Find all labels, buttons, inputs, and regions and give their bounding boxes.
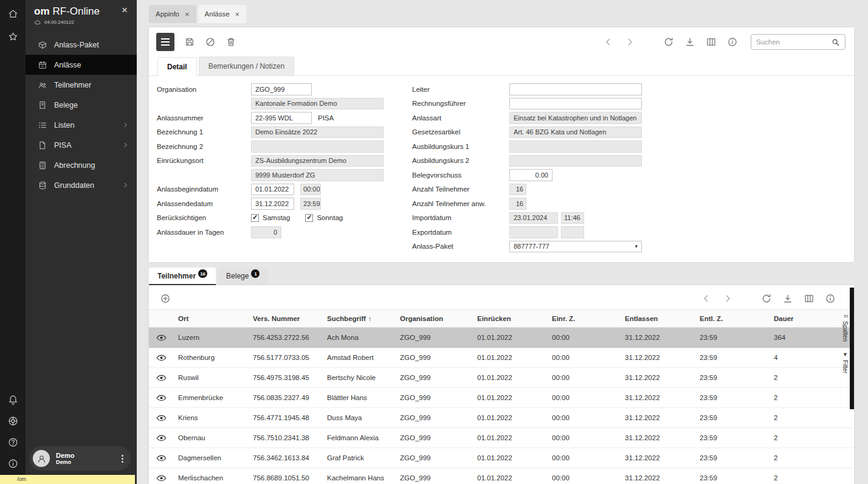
anlassbeginndatum-input[interactable] — [251, 184, 294, 196]
sidebar-item-grunddaten[interactable]: Grunddaten — [26, 175, 137, 195]
table-row[interactable]: Obernau 756.7510.2341.38 Feldmann Alexia… — [149, 428, 854, 448]
grid-header-row: Ort Vers. Nummer Suchbegriff↑ Organisati… — [149, 309, 854, 328]
prev-record-icon[interactable] — [603, 36, 614, 47]
info-icon[interactable] — [7, 458, 19, 469]
kebab-menu-icon[interactable] — [122, 458, 123, 460]
column-header-dauer[interactable]: Dauer — [769, 315, 854, 322]
tab-anlaesse[interactable]: Anlässe × — [198, 5, 247, 23]
tab-appinfo[interactable]: Appinfo × — [149, 5, 196, 23]
organisation-input[interactable] — [251, 83, 312, 95]
search-icon[interactable] — [831, 38, 840, 47]
tab-teilnehmer[interactable]: Teilnehmer 16 — [149, 268, 216, 285]
cell-suchbegriff: Graf Patrick — [322, 454, 395, 462]
anlass-paket-select[interactable]: 887777-777 ▾ — [509, 241, 642, 253]
column-header-einruecken[interactable]: Einrücken — [472, 315, 547, 322]
refresh-icon[interactable] — [663, 36, 674, 47]
delete-icon[interactable] — [226, 36, 236, 47]
save-icon[interactable] — [184, 36, 195, 47]
eye-icon[interactable] — [156, 452, 167, 464]
table-row[interactable]: Merlischachen 756.8689.1051.50 Kachelman… — [149, 468, 854, 484]
column-header-entlassen[interactable]: Entlassen — [620, 315, 695, 322]
sidebar-item-belege[interactable]: Belege — [26, 95, 137, 115]
home-icon[interactable] — [7, 8, 19, 19]
search-input[interactable] — [756, 38, 831, 46]
column-header-suchbegriff[interactable]: Suchbegriff↑ — [322, 315, 395, 322]
help-icon[interactable] — [7, 437, 19, 448]
download-icon[interactable] — [684, 36, 695, 47]
tab-close-icon[interactable]: × — [235, 10, 240, 18]
eye-icon[interactable] — [156, 412, 167, 424]
table-row[interactable]: Luzern 756.4253.2722.56 Ach Mona ZGO_999… — [149, 328, 854, 348]
info-icon[interactable] — [727, 36, 738, 47]
belegvorschuss-input[interactable] — [509, 169, 553, 181]
menu-button[interactable] — [156, 33, 174, 51]
cell-ort: Kriens — [173, 414, 248, 421]
field-label: Anlassbeginndatum — [157, 185, 251, 193]
eye-icon[interactable] — [156, 392, 167, 404]
vertical-scrollbar[interactable] — [850, 288, 854, 409]
cell-organisation: ZGO_999 — [395, 354, 472, 361]
next-record-icon[interactable] — [624, 36, 635, 47]
columns-icon[interactable] — [804, 293, 815, 304]
eye-icon[interactable] — [156, 352, 167, 364]
anlassendedatum-input[interactable] — [251, 198, 294, 210]
leiter-input[interactable] — [509, 83, 642, 95]
spalten-panel-tab[interactable]: ⠿ Spalten — [842, 314, 849, 342]
support-icon[interactable] — [7, 415, 19, 427]
cancel-icon[interactable] — [205, 36, 216, 47]
sonntag-checkbox[interactable]: ✓ Sonntag — [305, 214, 343, 222]
tab-close-icon[interactable]: × — [185, 10, 190, 18]
prev-page-icon[interactable] — [701, 293, 712, 304]
user-menu[interactable]: Demo Demo — [29, 446, 131, 471]
table-row[interactable]: Dagmersellen 756.3462.1613.84 Graf Patri… — [149, 448, 854, 468]
download-icon[interactable] — [782, 293, 793, 304]
table-row[interactable]: Emmenbrücke 756.0835.2327.49 Blättler Ha… — [149, 388, 854, 408]
bell-icon[interactable] — [7, 394, 19, 406]
cell-vers-nummer: 756.7510.2341.38 — [248, 434, 322, 441]
cell-ort: Luzern — [173, 334, 248, 341]
cell-entl-z: 23:59 — [695, 354, 769, 361]
column-header-organisation[interactable]: Organisation — [395, 315, 472, 322]
sidebar-item-label: Belege — [54, 101, 78, 109]
sort-asc-icon: ↑ — [368, 315, 372, 322]
anlassnummer-input[interactable] — [251, 112, 312, 124]
eye-icon[interactable] — [156, 472, 167, 484]
eye-icon[interactable] — [156, 372, 167, 384]
cell-einruecken: 01.01.2022 — [472, 354, 547, 361]
einrueckungsort-field: ZS-Ausbildungszentrum Demo — [251, 155, 384, 167]
add-record-icon[interactable] — [160, 293, 171, 304]
star-icon[interactable] — [7, 31, 19, 43]
sidebar-item-anlass-paket[interactable]: Anlass-Paket — [26, 35, 137, 55]
ausbildungskurs2-field — [509, 155, 642, 167]
sidebar-item-listen[interactable]: Listen — [26, 115, 137, 135]
field-label: Anlassart — [412, 114, 509, 122]
table-row[interactable]: Rothenburg 756.5177.0733.05 Amstad Rober… — [149, 348, 854, 368]
refresh-icon[interactable] — [761, 293, 772, 304]
tab-bemerkungen-notizen[interactable]: Bemerkungen / Notizen — [199, 57, 294, 75]
next-page-icon[interactable] — [722, 293, 733, 304]
sidebar-item-abrechnung[interactable]: Abrechnung — [26, 155, 137, 175]
column-header-entl-z[interactable]: Entl. Z. — [695, 315, 769, 322]
eye-icon[interactable] — [156, 432, 167, 444]
field-label: Ausbildungskurs 2 — [412, 157, 509, 164]
table-row[interactable]: Ruswil 756.4975.3198.45 Bertschy Nicole … — [149, 368, 854, 388]
tab-detail[interactable]: Detail — [157, 57, 197, 76]
eye-icon[interactable] — [156, 332, 167, 344]
column-header-ort[interactable]: Ort — [173, 315, 248, 322]
filter-panel-tab[interactable]: ▼ Filter — [842, 351, 849, 373]
user-name-block: Demo Demo — [56, 452, 75, 465]
tab-belege[interactable]: Belege 1 — [218, 268, 268, 285]
column-header-einr-z[interactable]: Einr. Z. — [547, 315, 620, 322]
sidebar-item-anlaesse[interactable]: Anlässe — [26, 55, 137, 75]
table-row[interactable]: Kriens 756.4771.1945.48 Duss Maya ZGO_99… — [149, 408, 854, 428]
info-icon[interactable] — [825, 293, 836, 304]
sidebar-item-label: Abrechnung — [54, 161, 95, 170]
sidebar-item-teilnehmer[interactable]: Teilnehmer — [26, 75, 137, 95]
column-header-vers-nummer[interactable]: Vers. Nummer — [248, 315, 322, 322]
sidebar-close-icon[interactable]: × — [122, 5, 128, 15]
sidebar-item-pisa[interactable]: PISA — [26, 135, 137, 155]
samstag-checkbox[interactable]: ✓ Samstag — [251, 214, 290, 222]
rechnungsfuehrer-input[interactable] — [509, 98, 642, 110]
columns-icon[interactable] — [706, 36, 717, 47]
field-label: Organisation — [157, 86, 251, 93]
